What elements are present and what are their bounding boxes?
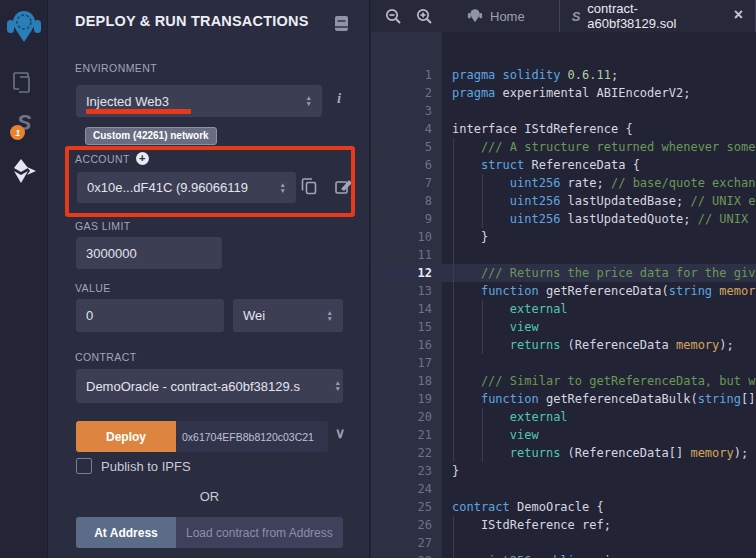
line-number[interactable]: 10 <box>371 228 442 246</box>
line-number[interactable]: 15 <box>371 318 442 336</box>
code-text: struct ReferenceData { <box>442 156 756 174</box>
zoom-in-icon[interactable] <box>416 8 433 25</box>
code-line[interactable]: 13 function getReferenceData(string memo… <box>371 282 756 300</box>
line-number[interactable]: 1 <box>371 66 442 84</box>
code-line[interactable]: 26 IStdReference ref; <box>371 516 756 534</box>
line-number[interactable]: 16 <box>371 336 442 354</box>
line-number[interactable]: 14 <box>371 300 442 318</box>
line-number[interactable]: 4 <box>371 120 442 138</box>
info-icon[interactable]: i <box>337 90 341 107</box>
environment-select[interactable]: Injected Web3 ▲▼ <box>76 85 322 117</box>
code-line[interactable]: 15 view <box>371 318 756 336</box>
tab-close-icon[interactable]: × <box>732 8 743 24</box>
file-explorer-icon[interactable] <box>0 70 48 96</box>
line-number[interactable]: 9 <box>371 210 442 228</box>
code-line[interactable]: 17 <box>371 354 756 372</box>
code-line[interactable]: 21 view <box>371 426 756 444</box>
line-number[interactable]: 22 <box>371 444 442 462</box>
select-arrows-icon: ▲▼ <box>306 95 312 107</box>
code-line[interactable]: 27 <box>371 534 756 552</box>
indent-guide <box>482 210 483 228</box>
at-address-input[interactable] <box>176 517 343 548</box>
code-line[interactable]: 23} <box>371 462 756 480</box>
code-line[interactable]: 9 uint256 lastUpdatedQuote; // UNIX epoc… <box>371 210 756 228</box>
panel-title: DEPLOY & RUN TRANSACTIONS <box>75 13 309 29</box>
code-text: function getReferenceData(string memory … <box>442 282 756 300</box>
remix-logo-icon[interactable] <box>0 8 48 46</box>
line-number[interactable]: 17 <box>371 354 442 372</box>
indent-guide <box>453 444 454 462</box>
line-number[interactable]: 28 <box>371 552 442 558</box>
code-text: } <box>442 228 756 246</box>
code-line[interactable]: 12 /// Returns the price data for the gi… <box>371 264 756 282</box>
code-line[interactable]: 24 <box>371 480 756 498</box>
value-unit-select[interactable]: Wei ▲▼ <box>233 299 343 332</box>
contract-select[interactable]: DemoOracle - contract-a60bf38129.s ▲▼ <box>76 369 343 403</box>
code-lines: 1pragma solidity 0.6.11;2pragma experime… <box>371 66 756 558</box>
code-line[interactable]: 10 } <box>371 228 756 246</box>
code-line[interactable]: 3 <box>371 102 756 120</box>
code-line[interactable]: 2pragma experimental ABIEncoderV2; <box>371 84 756 102</box>
editor-tabbar: Home S contract-a60bf38129.sol × <box>371 0 756 32</box>
code-line[interactable]: 18 /// Similar to getReferenceData, but … <box>371 372 756 390</box>
publish-ipfs-checkbox[interactable] <box>76 458 92 474</box>
indent-guide <box>453 192 454 210</box>
line-number[interactable]: 7 <box>371 174 442 192</box>
line-number[interactable]: 11 <box>371 246 442 264</box>
indent-guide <box>453 318 454 336</box>
line-number[interactable]: 2 <box>371 84 442 102</box>
line-number[interactable]: 19 <box>371 390 442 408</box>
line-number[interactable]: 20 <box>371 408 442 426</box>
line-number[interactable]: 8 <box>371 192 442 210</box>
line-number[interactable]: 23 <box>371 462 442 480</box>
code-line[interactable]: 28 uint256 public price; <box>371 552 756 558</box>
deploy-button[interactable]: Deploy <box>76 421 176 452</box>
code-line[interactable]: 6 struct ReferenceData { <box>371 156 756 174</box>
code-line[interactable]: 16 returns (ReferenceData memory); <box>371 336 756 354</box>
tab-home[interactable]: Home <box>455 0 537 32</box>
copy-account-icon[interactable] <box>301 177 318 196</box>
line-number[interactable]: 24 <box>371 480 442 498</box>
line-number[interactable]: 5 <box>371 138 442 156</box>
line-number[interactable]: 18 <box>371 372 442 390</box>
line-number[interactable]: 6 <box>371 156 442 174</box>
code-text: /// Similar to getReferenceData, but wit… <box>442 372 756 390</box>
code-line[interactable]: 5 /// A structure returned whenever some… <box>371 138 756 156</box>
deploy-argument-input[interactable] <box>176 421 328 452</box>
code-area[interactable]: 1pragma solidity 0.6.11;2pragma experime… <box>371 32 756 558</box>
tab-contract-file[interactable]: S contract-a60bf38129.sol × <box>559 0 756 32</box>
add-account-icon[interactable]: + <box>136 152 149 165</box>
or-divider-label: OR <box>76 489 343 504</box>
deploy-expand-chevron-icon[interactable]: ∨ <box>335 425 345 441</box>
code-text: uint256 lastUpdatedQuote; // UNIX epoch … <box>442 210 756 228</box>
account-select[interactable]: 0x10e...dF41C (9.96066119 ▲▼ <box>77 172 296 203</box>
docs-book-icon[interactable] <box>334 15 349 32</box>
code-line[interactable]: 1pragma solidity 0.6.11; <box>371 66 756 84</box>
code-line[interactable]: 20 external <box>371 408 756 426</box>
deploy-run-icon[interactable] <box>0 158 48 184</box>
at-address-button[interactable]: At Address <box>76 517 176 548</box>
line-number[interactable]: 25 <box>371 498 442 516</box>
code-line[interactable]: 8 uint256 lastUpdatedBase; // UNIX epoch… <box>371 192 756 210</box>
line-number[interactable]: 12 <box>371 264 442 282</box>
line-number[interactable]: 3 <box>371 102 442 120</box>
line-number[interactable]: 21 <box>371 426 442 444</box>
solidity-compiler-icon[interactable]: S 1 <box>0 110 48 136</box>
code-line[interactable]: 7 uint256 rate; // base/quote exchange r… <box>371 174 756 192</box>
gas-limit-input[interactable] <box>76 237 222 269</box>
zoom-out-icon[interactable] <box>385 8 402 25</box>
edit-account-icon[interactable] <box>335 178 353 195</box>
code-line[interactable]: 19 function getReferenceDataBulk(string[… <box>371 390 756 408</box>
code-line[interactable]: 22 returns (ReferenceData[] memory); <box>371 444 756 462</box>
value-input[interactable] <box>76 299 224 332</box>
code-line[interactable]: 25contract DemoOracle { <box>371 498 756 516</box>
indent-guide <box>482 300 483 318</box>
code-line[interactable]: 11 <box>371 246 756 264</box>
indent-guide <box>453 156 454 174</box>
line-number[interactable]: 27 <box>371 534 442 552</box>
code-line[interactable]: 4interface IStdReference { <box>371 120 756 138</box>
line-number[interactable]: 26 <box>371 516 442 534</box>
line-number[interactable]: 13 <box>371 282 442 300</box>
code-line[interactable]: 14 external <box>371 300 756 318</box>
indent-guide <box>453 534 454 552</box>
